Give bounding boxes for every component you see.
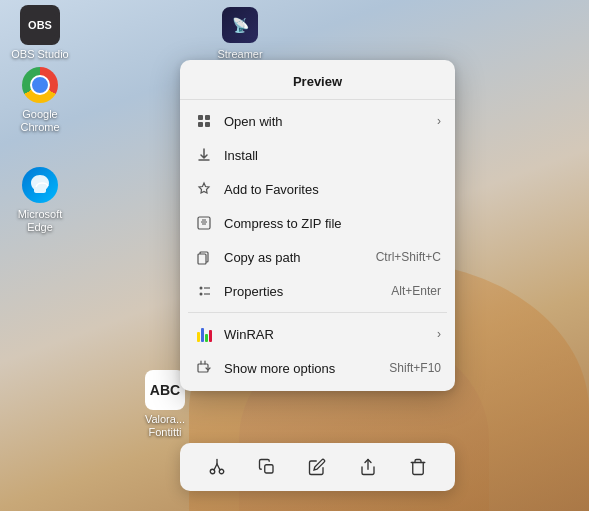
copy-icon <box>258 458 276 476</box>
winrar-bar-2 <box>201 328 204 342</box>
share-button[interactable] <box>350 449 386 485</box>
svg-rect-3 <box>205 122 210 127</box>
winrar-bars <box>197 326 212 342</box>
abc-label: Valora... Fontitti <box>130 413 200 439</box>
menu-item-copy-path[interactable]: Copy as path Ctrl+Shift+C <box>180 240 455 274</box>
show-more-svg <box>196 360 212 376</box>
chrome-icon <box>20 65 60 105</box>
abc-text: ABC <box>150 382 180 398</box>
edge-label: Microsoft Edge <box>5 208 75 234</box>
svg-rect-14 <box>265 465 273 473</box>
streamer-icon: 📡 <box>220 5 260 45</box>
winrar-bar-1 <box>197 332 200 342</box>
zip-svg <box>196 215 212 231</box>
obs-studio-icon: OBS <box>20 5 60 45</box>
add-favorites-icon <box>194 179 214 199</box>
install-icon <box>194 145 214 165</box>
open-with-arrow: › <box>437 114 441 128</box>
context-menu-header: Preview <box>180 66 455 100</box>
install-svg <box>196 147 212 163</box>
svg-rect-1 <box>205 115 210 120</box>
properties-shortcut: Alt+Enter <box>391 284 441 298</box>
menu-item-winrar[interactable]: WinRAR › <box>180 317 455 351</box>
properties-label: Properties <box>224 284 383 299</box>
open-with-svg <box>196 113 212 129</box>
desktop-icon-edge[interactable]: Microsoft Edge <box>5 165 75 234</box>
winrar-arrow: › <box>437 327 441 341</box>
svg-rect-2 <box>198 122 203 127</box>
menu-item-compress-zip[interactable]: Compress to ZIP file <box>180 206 455 240</box>
compress-zip-icon <box>194 213 214 233</box>
streamer-logo: 📡 <box>222 7 258 43</box>
properties-icon <box>194 281 214 301</box>
svg-point-7 <box>200 287 203 290</box>
rename-icon <box>308 458 326 476</box>
obs-studio-label: OBS Studio <box>11 48 68 61</box>
install-label: Install <box>224 148 441 163</box>
properties-svg <box>196 283 212 299</box>
desktop-icon-obs-studio[interactable]: OBS OBS Studio <box>5 5 75 61</box>
menu-item-show-more[interactable]: Show more options Shift+F10 <box>180 351 455 385</box>
add-favorites-label: Add to Favorites <box>224 182 441 197</box>
svg-point-9 <box>200 293 203 296</box>
chrome-logo <box>22 67 58 103</box>
delete-icon <box>409 458 427 476</box>
menu-item-properties[interactable]: Properties Alt+Enter <box>180 274 455 308</box>
edge-icon <box>20 165 60 205</box>
delete-button[interactable] <box>400 449 436 485</box>
show-more-icon <box>194 358 214 378</box>
winrar-bar-4 <box>209 330 212 342</box>
context-menu: Preview Open with › Install <box>180 60 455 391</box>
svg-rect-6 <box>198 254 206 264</box>
copy-path-shortcut: Ctrl+Shift+C <box>376 250 441 264</box>
chrome-label: Google Chrome <box>5 108 75 134</box>
copy-path-icon <box>194 247 214 267</box>
show-more-label: Show more options <box>224 361 381 376</box>
copy-button[interactable] <box>249 449 285 485</box>
copy-path-label: Copy as path <box>224 250 368 265</box>
edge-svg <box>28 173 52 197</box>
menu-item-open-with[interactable]: Open with › <box>180 104 455 138</box>
rename-button[interactable] <box>299 449 335 485</box>
share-icon <box>359 458 377 476</box>
svg-rect-0 <box>198 115 203 120</box>
favorites-svg <box>196 181 212 197</box>
winrar-bar-3 <box>205 334 208 342</box>
cut-icon <box>208 458 226 476</box>
abc-icon: ABC <box>145 370 185 410</box>
open-with-icon <box>194 111 214 131</box>
menu-item-add-favorites[interactable]: Add to Favorites <box>180 172 455 206</box>
svg-rect-4 <box>198 217 210 229</box>
open-with-label: Open with <box>224 114 429 129</box>
menu-item-install[interactable]: Install <box>180 138 455 172</box>
desktop-icon-chrome[interactable]: Google Chrome <box>5 65 75 134</box>
winrar-label: WinRAR <box>224 327 429 342</box>
bottom-toolbar <box>180 443 455 491</box>
menu-separator-1 <box>188 312 447 313</box>
show-more-shortcut: Shift+F10 <box>389 361 441 375</box>
winrar-icon <box>194 324 214 344</box>
compress-zip-label: Compress to ZIP file <box>224 216 441 231</box>
edge-logo <box>22 167 58 203</box>
obs-logo: OBS <box>22 7 58 43</box>
copy-path-svg <box>196 249 212 265</box>
cut-button[interactable] <box>199 449 235 485</box>
